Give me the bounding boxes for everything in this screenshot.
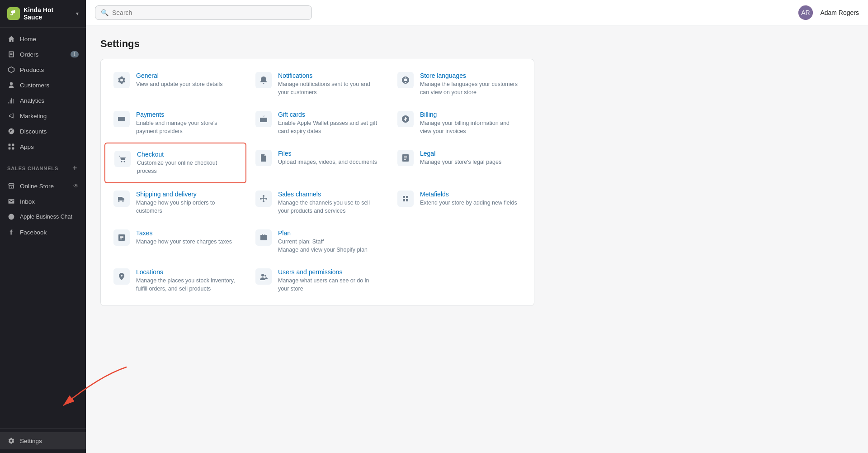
files-desc: Upload images, videos, and documents [278, 158, 379, 167]
legal-title: Legal [420, 150, 521, 157]
svg-point-10 [121, 161, 123, 162]
notifications-icon [255, 72, 272, 88]
taxes-desc: Manage how your store charges taxes [136, 238, 237, 246]
sidebar-item-analytics[interactable]: Analytics [0, 93, 86, 108]
locations-text: Locations Manage the places you stock in… [136, 268, 237, 293]
settings-item-checkout[interactable]: Checkout Customize your online checkout … [104, 143, 246, 183]
sidebar-item-apps[interactable]: Apps [0, 139, 86, 154]
svg-rect-1 [12, 144, 14, 146]
store-switcher[interactable]: Kinda Hot Sauce ▾ [0, 0, 86, 28]
payments-text: Payments Enable and manage your store's … [136, 111, 237, 135]
settings-item-taxes[interactable]: Taxes Manage how your store charges taxe… [104, 222, 246, 261]
payments-title: Payments [136, 111, 237, 118]
chevron-down-icon: ▾ [76, 10, 79, 17]
notifications-title: Notifications [278, 72, 379, 79]
users-permissions-desc: Manage what users can see or do in your … [278, 277, 379, 293]
settings-item-gift-cards[interactable]: Gift cards Enable Apple Wallet passes an… [246, 104, 388, 143]
legal-text: Legal Manage your store's legal pages [420, 150, 521, 167]
sidebar-label-orders: Orders [20, 51, 38, 58]
settings-item-shipping[interactable]: Shipping and delivery Manage how you shi… [104, 183, 246, 222]
sidebar-item-online-store[interactable]: Online Store 👁 [0, 178, 86, 194]
sales-channels-icon [255, 191, 272, 207]
sidebar: Kinda Hot Sauce ▾ Home Orders 1 Products [0, 0, 86, 453]
plan-icon [255, 229, 272, 246]
plan-text: Plan Current plan: StaffManage and view … [278, 229, 379, 254]
sales-channels-settings-desc: Manage the channels you use to sell your… [278, 199, 379, 215]
svg-point-4 [9, 214, 14, 220]
notifications-desc: Manage notifications sent to you and you… [278, 81, 379, 96]
search-icon: 🔍 [101, 9, 108, 16]
files-icon [255, 150, 272, 166]
svg-point-15 [263, 200, 264, 202]
shipping-desc: Manage how you ship orders to customers [136, 199, 237, 215]
metafields-title: Metafields [420, 191, 521, 198]
svg-point-13 [260, 198, 262, 200]
locations-title: Locations [136, 268, 237, 276]
locations-desc: Manage the places you stock inventory, f… [136, 277, 237, 293]
facebook-icon [7, 228, 15, 236]
settings-item-sales-channels[interactable]: Sales channels Manage the channels you u… [246, 183, 388, 222]
locations-icon [113, 268, 130, 285]
metafields-desc: Extend your store by adding new fields [420, 199, 521, 207]
orders-badge: 1 [71, 51, 79, 57]
settings-item-legal[interactable]: Legal Manage your store's legal pages [388, 143, 530, 183]
sales-channels-nav: Online Store 👁 Inbox Apple Business Chat… [0, 175, 86, 243]
sidebar-label-online-store: Online Store [20, 183, 54, 190]
settings-item-metafields[interactable]: Metafields Extend your store by adding n… [388, 183, 530, 222]
svg-rect-3 [12, 148, 14, 150]
billing-text: Billing Manage your billing information … [420, 111, 521, 135]
search-bar[interactable]: 🔍 [95, 5, 312, 20]
sidebar-item-orders[interactable]: Orders 1 [0, 47, 86, 62]
orders-icon [7, 50, 15, 58]
sales-channels-header: SALES CHANNELS ＋ [0, 158, 86, 175]
add-sales-channel-icon[interactable]: ＋ [71, 163, 79, 173]
settings-item-store-languages[interactable]: Store languages Manage the languages you… [388, 65, 530, 104]
legal-icon [397, 150, 414, 166]
sidebar-item-apple-business-chat[interactable]: Apple Business Chat [0, 209, 86, 224]
settings-item-locations[interactable]: Locations Manage the places you stock in… [104, 261, 246, 300]
sidebar-item-home[interactable]: Home [0, 31, 86, 47]
marketing-icon [7, 112, 15, 120]
settings-item-users-permissions[interactable]: Users and permissions Manage what users … [246, 261, 388, 300]
notifications-text: Notifications Manage notifications sent … [278, 72, 379, 96]
user-name-label[interactable]: Adam Rogers [820, 9, 859, 16]
settings-item-billing[interactable]: Billing Manage your billing information … [388, 104, 530, 143]
settings-card: General View and update your store detai… [100, 59, 534, 306]
svg-point-14 [263, 195, 264, 197]
settings-item-notifications[interactable]: Notifications Manage notifications sent … [246, 65, 388, 104]
settings-grid: General View and update your store detai… [104, 65, 530, 300]
sidebar-item-settings[interactable]: Settings [0, 432, 86, 449]
main-content: 🔍 AR Adam Rogers Settings [86, 0, 868, 453]
sidebar-footer: Settings [0, 428, 86, 453]
sidebar-item-customers[interactable]: Customers [0, 77, 86, 93]
gift-cards-icon [255, 111, 272, 127]
payments-desc: Enable and manage your store's payment p… [136, 119, 237, 135]
sales-channels-settings-title: Sales channels [278, 191, 379, 198]
settings-item-general[interactable]: General View and update your store detai… [104, 65, 246, 104]
files-title: Files [278, 150, 379, 157]
svg-rect-0 [9, 144, 11, 146]
gift-cards-title: Gift cards [278, 111, 379, 118]
general-desc: View and update your store details [136, 81, 237, 89]
analytics-icon [7, 96, 15, 105]
sidebar-label-customers: Customers [20, 82, 49, 89]
sidebar-item-inbox[interactable]: Inbox [0, 194, 86, 209]
sidebar-item-products[interactable]: Products [0, 62, 86, 77]
metafields-text: Metafields Extend your store by adding n… [420, 191, 521, 207]
sidebar-label-marketing: Marketing [20, 113, 47, 119]
sidebar-item-marketing[interactable]: Marketing [0, 108, 86, 124]
eye-icon[interactable]: 👁 [73, 183, 79, 189]
sidebar-item-discounts[interactable]: Discounts [0, 124, 86, 139]
sidebar-label-discounts: Discounts [20, 128, 47, 135]
settings-item-payments[interactable]: Payments Enable and manage your store's … [104, 104, 246, 143]
settings-item-files[interactable]: Files Upload images, videos, and documen… [246, 143, 388, 183]
svg-point-11 [124, 161, 125, 162]
sidebar-item-facebook[interactable]: Facebook [0, 224, 86, 240]
avatar[interactable]: AR [798, 5, 813, 20]
page-title: Settings [100, 38, 854, 50]
search-input[interactable] [112, 9, 306, 16]
settings-item-plan[interactable]: Plan Current plan: StaffManage and view … [246, 222, 388, 261]
billing-title: Billing [420, 111, 521, 118]
inbox-icon [7, 197, 15, 205]
checkout-text: Checkout Customize your online checkout … [137, 151, 236, 175]
